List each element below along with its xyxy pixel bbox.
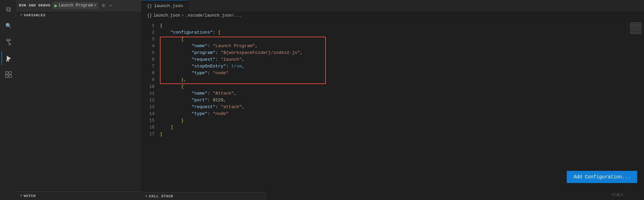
add-configuration-button[interactable]: Add Configuration... bbox=[567, 171, 637, 183]
minimap-line bbox=[630, 28, 642, 29]
code-token: , bbox=[242, 56, 245, 63]
minimap-line bbox=[630, 29, 642, 30]
code-line: "program": "${workspaceFolder}/index2.js… bbox=[159, 49, 627, 56]
line-number: 2 bbox=[142, 29, 154, 36]
gear-icon[interactable]: ⚙ bbox=[100, 1, 106, 9]
minimap-line bbox=[630, 24, 642, 25]
svg-rect-8 bbox=[5, 72, 8, 74]
code-token: : bbox=[207, 90, 213, 97]
code-line: "stopOnEntry": true, bbox=[159, 63, 627, 70]
svg-rect-6 bbox=[6, 60, 7, 62]
code-token: "port" bbox=[160, 97, 207, 104]
minimap-line bbox=[630, 32, 642, 32]
line-numbers: 1234567891011121314151617 bbox=[142, 20, 159, 200]
sidebar: RUN AND DEBUG ▶ Launch Program ▼ ⚙ ⋯ ▼ V… bbox=[16, 0, 142, 200]
code-token: "name" bbox=[160, 43, 207, 49]
watermark: ⚡亿速云 bbox=[610, 192, 624, 197]
code-token: "Launch Program" bbox=[213, 43, 255, 49]
more-icon[interactable]: ⋯ bbox=[108, 1, 113, 9]
code-token: : bbox=[215, 56, 221, 63]
line-number: 17 bbox=[142, 131, 154, 138]
editor-tab-bar: {} launch.json bbox=[142, 0, 644, 12]
extensions-icon[interactable] bbox=[1, 68, 15, 81]
line-number: 9 bbox=[142, 77, 154, 83]
code-token: ] bbox=[160, 124, 173, 131]
breadcrumb-path: .vscode/launch.json/... bbox=[185, 13, 242, 18]
debug-config-select[interactable]: ▶ Launch Program ▼ bbox=[53, 2, 98, 9]
call-stack-section-header[interactable]: ► CALL STACK bbox=[142, 192, 267, 200]
code-token: { bbox=[160, 22, 163, 29]
chevron-down-icon: ▼ bbox=[94, 4, 96, 7]
line-number: 3 bbox=[142, 36, 154, 43]
code-token: : bbox=[215, 49, 221, 56]
code-token: , bbox=[234, 90, 236, 97]
chevron-callstack-icon: ► bbox=[146, 195, 148, 198]
code-line: { bbox=[159, 36, 627, 43]
code-token: , bbox=[242, 104, 245, 111]
play-icon: ▶ bbox=[55, 3, 57, 8]
code-line: "name": "Launch Program", bbox=[159, 43, 627, 49]
minimap-line bbox=[630, 25, 642, 26]
code-token: "type" bbox=[160, 70, 207, 77]
line-number: 10 bbox=[142, 83, 154, 90]
code-token: , bbox=[184, 77, 186, 83]
code-token: { bbox=[160, 36, 184, 43]
watch-label: WATCH bbox=[24, 194, 36, 198]
svg-point-1 bbox=[9, 43, 11, 45]
code-line: }, bbox=[159, 77, 627, 83]
code-token: { bbox=[160, 83, 184, 90]
code-line: } bbox=[159, 131, 627, 138]
minimap-line bbox=[630, 27, 642, 28]
line-number: 15 bbox=[142, 117, 154, 124]
code-token: : bbox=[213, 29, 218, 36]
minimap-line bbox=[630, 33, 642, 33]
code-token: : bbox=[207, 97, 213, 104]
svg-line-3 bbox=[7, 41, 10, 43]
code-token: "stopOnEntry" bbox=[160, 63, 226, 70]
code-token: "request" bbox=[160, 56, 215, 63]
code-token: : bbox=[226, 63, 231, 70]
activity-bar: ⧉ 🔍 bbox=[0, 0, 16, 200]
line-number: 11 bbox=[142, 90, 154, 97]
code-token: } bbox=[160, 77, 184, 83]
editor-tab-launch-json[interactable]: {} launch.json bbox=[142, 0, 189, 12]
json-file-icon: {} bbox=[147, 4, 152, 8]
line-number: 8 bbox=[142, 70, 154, 77]
breadcrumb-filename: launch.json bbox=[153, 13, 180, 18]
code-line: { bbox=[159, 83, 627, 90]
code-token: } bbox=[160, 131, 163, 138]
code-token: : bbox=[207, 70, 213, 77]
code-content[interactable]: { "configurations": [ { "name": "Launch … bbox=[159, 20, 627, 200]
code-line: "request": "attach", bbox=[159, 104, 627, 111]
line-number: 1 bbox=[142, 22, 154, 29]
watch-section: ▼ WATCH bbox=[16, 192, 141, 200]
editor-area: {} launch.json {} launch.json › .vscode/… bbox=[142, 0, 644, 200]
code-token: "attach" bbox=[221, 104, 242, 111]
svg-rect-10 bbox=[5, 75, 8, 78]
svg-marker-5 bbox=[7, 56, 11, 61]
code-token: 9229 bbox=[213, 97, 223, 104]
tab-filename: launch.json bbox=[154, 3, 183, 8]
chevron-watch-icon: ▼ bbox=[20, 194, 22, 198]
line-number: 5 bbox=[142, 49, 154, 56]
code-line: "type": "node" bbox=[159, 70, 627, 77]
code-token: "type" bbox=[160, 111, 207, 117]
source-control-icon[interactable] bbox=[1, 35, 15, 49]
files-icon[interactable]: ⧉ bbox=[1, 3, 15, 16]
code-token: : bbox=[207, 43, 213, 49]
search-icon[interactable]: 🔍 bbox=[1, 19, 15, 33]
breadcrumb-icon: {} bbox=[147, 13, 152, 18]
code-token: true bbox=[231, 63, 242, 70]
line-number: 13 bbox=[142, 104, 154, 111]
code-token: "node" bbox=[213, 111, 229, 117]
run-debug-label: RUN AND DEBUG bbox=[19, 3, 50, 7]
line-number: 14 bbox=[142, 111, 154, 117]
code-line: } bbox=[159, 117, 627, 124]
code-line: "type": "node" bbox=[159, 111, 627, 117]
variables-section-header[interactable]: ▼ VARIABLES bbox=[16, 11, 141, 19]
code-token: "Attach" bbox=[213, 90, 234, 97]
minimap-line bbox=[630, 34, 642, 34]
watch-section-header[interactable]: ▼ WATCH bbox=[16, 192, 141, 200]
run-debug-icon[interactable] bbox=[1, 52, 15, 65]
variables-label: VARIABLES bbox=[24, 13, 45, 17]
